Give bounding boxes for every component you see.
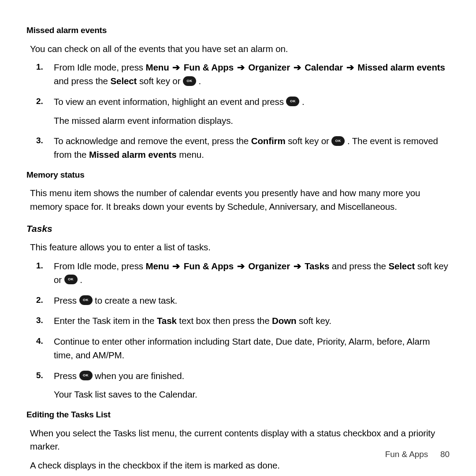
memory-body: This menu item shows the number of calen… (30, 186, 450, 214)
menu-label: Organizer (248, 62, 290, 72)
page-footer: Fun & Apps80 (385, 448, 450, 461)
footer-section: Fun & Apps (385, 450, 428, 459)
list-item: From Idle mode, press Menu ➔ Fun & Apps … (36, 61, 450, 88)
text: From Idle mode, press (54, 62, 146, 72)
text: to create a new task. (95, 295, 177, 305)
text: and press the (54, 76, 111, 86)
list-item: From Idle mode, press Menu ➔ Fun & Apps … (36, 260, 450, 287)
text: . (199, 76, 201, 86)
text: soft key. (296, 316, 331, 326)
arrow-icon: ➔ (236, 62, 246, 72)
menu-label: Tasks (305, 261, 329, 271)
text: From Idle mode, press (54, 261, 146, 271)
text: . (302, 97, 305, 107)
page-number: 80 (440, 450, 450, 459)
heading-editing-tasks: Editing the Tasks List (26, 409, 450, 421)
text: Enter the Task item in the (54, 316, 157, 326)
text: To view an event information, highlight … (54, 97, 286, 107)
menu-label: Fun & Apps (184, 261, 234, 271)
list-item: Press when you are finished. Your Task l… (36, 369, 450, 402)
heading-memory-status: Memory status (26, 169, 450, 182)
menu-label: Calendar (305, 62, 343, 72)
text: Continue to enter other information incl… (54, 336, 430, 360)
list-item: To view an event information, highlight … (36, 95, 450, 128)
menu-label: Fun & Apps (184, 62, 234, 72)
menu-label: Missed alarm events (89, 149, 177, 160)
down-label: Down (272, 316, 296, 326)
menu-label: Missed alarm events (357, 62, 445, 72)
menu-label: Organizer (248, 261, 290, 271)
ok-icon (286, 97, 299, 106)
text: To acknowledge and remove the event, pre… (54, 136, 251, 146)
list-item: Press to create a new task. (36, 294, 450, 308)
ok-icon (64, 275, 78, 284)
arrow-icon: ➔ (171, 62, 181, 72)
ok-icon (79, 371, 93, 380)
tasks-steps: From Idle mode, press Menu ➔ Fun & Apps … (36, 260, 450, 402)
list-item: Continue to enter other information incl… (36, 335, 450, 362)
tasks-intro: This feature allows you to enter a list … (30, 241, 450, 254)
text: and press the (329, 261, 388, 271)
confirm-label: Confirm (251, 136, 286, 146)
menu-label: Menu (146, 261, 169, 271)
menu-label: Menu (146, 62, 169, 72)
text: Your Task list saves to the Calendar. (54, 388, 450, 402)
text: . (80, 275, 82, 285)
editing-p2: A check displays in the checkbox if the … (30, 459, 450, 472)
text: Press (54, 371, 79, 381)
text: menu. (177, 149, 204, 160)
text: soft key or (137, 76, 183, 86)
arrow-icon: ➔ (346, 62, 355, 72)
select-label: Select (111, 76, 137, 86)
text: Press (54, 295, 79, 305)
list-item: Enter the Task item in the Task text box… (36, 314, 450, 328)
text: when you are finished. (95, 371, 184, 381)
select-label: Select (388, 261, 415, 271)
ok-icon (183, 76, 196, 86)
arrow-icon: ➔ (236, 261, 246, 271)
text: soft key or (286, 136, 332, 146)
heading-tasks: Tasks (26, 222, 450, 236)
ok-icon (79, 295, 93, 305)
list-item: To acknowledge and remove the event, pre… (36, 134, 450, 162)
arrow-icon: ➔ (293, 261, 302, 271)
ok-icon (331, 136, 345, 146)
missed-intro: You can check on all of the events that … (30, 42, 450, 56)
heading-missed-alarm: Missed alarm events (26, 24, 450, 37)
task-label: Task (157, 316, 177, 326)
text: The missed alarm event information displ… (54, 114, 450, 128)
text: text box then press the (177, 316, 272, 326)
arrow-icon: ➔ (171, 261, 181, 271)
arrow-icon: ➔ (293, 62, 302, 72)
missed-steps: From Idle mode, press Menu ➔ Fun & Apps … (36, 61, 450, 162)
